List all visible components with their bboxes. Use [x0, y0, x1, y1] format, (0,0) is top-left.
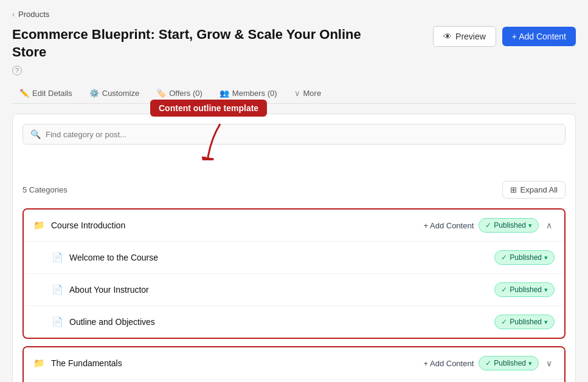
- gear-icon: ⚙️: [89, 89, 99, 98]
- page-title: Ecommerce Blueprint: Start, Grow & Scale…: [12, 26, 365, 75]
- eye-icon: 👁: [443, 32, 452, 41]
- search-bar: 🔍: [22, 124, 566, 145]
- chevron-down-icon: ∨: [294, 89, 300, 98]
- list-item: 📄 Outline and Objectives ✓ Published ▾: [24, 306, 564, 338]
- help-icon[interactable]: ?: [12, 66, 22, 75]
- annotation-arrow: [202, 121, 238, 162]
- tab-members-label: Members (0): [232, 89, 277, 98]
- breadcrumb-products-link[interactable]: Products: [18, 10, 49, 19]
- check-icon: ✓: [501, 253, 507, 262]
- section-title: The Fundamentals: [51, 358, 418, 368]
- status-label: Published: [510, 253, 542, 262]
- search-container: 🔍 Content outline template: [22, 124, 566, 145]
- tab-customize[interactable]: ⚙️ Customize: [82, 84, 147, 104]
- doc-icon: 📄: [52, 284, 63, 295]
- page-title-block: Ecommerce Blueprint: Start, Grow & Scale…: [12, 26, 365, 75]
- members-icon: 👥: [220, 89, 229, 98]
- doc-icon: 📄: [52, 316, 63, 327]
- annotation-label: Content outline template: [159, 103, 258, 113]
- check-icon: ✓: [485, 221, 491, 230]
- section-course-introduction: 📁 Course Introduction + Add Content ✓ Pu…: [22, 208, 566, 339]
- status-label: Published: [494, 221, 526, 230]
- categories-count: 5 Categories: [22, 185, 67, 194]
- status-badge[interactable]: ✓ Published ▾: [494, 315, 555, 329]
- status-label: Published: [494, 359, 526, 367]
- section-title: Course Introduction: [51, 220, 418, 230]
- item-actions: ✓ Published ▾: [494, 315, 555, 329]
- tab-more[interactable]: ∨ More: [287, 84, 329, 104]
- tab-more-label: More: [303, 89, 322, 98]
- grid-icon: ⊞: [510, 185, 517, 194]
- list-item: 📁 The What. The Why. The How + Add Conte…: [24, 380, 564, 382]
- tab-edit-details-label: Edit Details: [32, 89, 72, 98]
- page-wrapper: ‹ Products Ecommerce Blueprint: Start, G…: [0, 0, 588, 382]
- status-badge[interactable]: ✓ Published ▾: [479, 218, 539, 233]
- content-card: 🔍 Content outline template: [12, 114, 576, 382]
- section-header-course-introduction: 📁 Course Introduction + Add Content ✓ Pu…: [24, 210, 564, 242]
- item-name: Outline and Objectives: [69, 317, 488, 327]
- check-icon: ✓: [501, 318, 507, 326]
- section-header-the-fundamentals: 📁 The Fundamentals + Add Content ✓ Publi…: [24, 347, 564, 380]
- item-actions: ✓ Published ▾: [494, 250, 555, 265]
- item-name: About Your Instructor: [69, 285, 488, 295]
- list-item: 📄 Welcome to the Course ✓ Published ▾: [24, 242, 564, 274]
- add-content-link[interactable]: + Add Content: [424, 221, 474, 230]
- back-chevron-icon: ‹: [12, 10, 15, 19]
- title-text: Ecommerce Blueprint: Start, Grow & Scale…: [12, 26, 365, 61]
- badge-chevron-icon: ▾: [544, 318, 548, 326]
- tag-icon: 🏷️: [156, 89, 166, 98]
- item-actions: ✓ Published ▾: [494, 282, 555, 297]
- section-actions: + Add Content ✓ Published ▾ ∧: [424, 218, 555, 233]
- badge-chevron-icon: ▾: [528, 360, 532, 367]
- page-header: Ecommerce Blueprint: Start, Grow & Scale…: [12, 26, 576, 75]
- annotation-tooltip: Content outline template: [150, 100, 267, 117]
- expand-all-button[interactable]: ⊞ Expand All: [502, 181, 566, 199]
- check-icon: ✓: [501, 285, 507, 294]
- search-input[interactable]: [46, 130, 558, 139]
- expand-all-label: Expand All: [521, 185, 558, 194]
- folder-icon: 📁: [33, 358, 45, 369]
- expand-button[interactable]: ∨: [544, 357, 555, 369]
- header-actions: 👁 Preview + Add Content: [433, 26, 576, 47]
- pencil-icon: ✏️: [19, 89, 29, 98]
- breadcrumb: ‹ Products: [12, 10, 576, 19]
- add-content-button[interactable]: + Add Content: [502, 27, 576, 46]
- tab-customize-label: Customize: [102, 89, 139, 98]
- list-item: 📄 About Your Instructor ✓ Published ▾: [24, 274, 564, 306]
- categories-row: 5 Categories ⊞ Expand All: [22, 181, 566, 199]
- nav-tabs: ✏️ Edit Details ⚙️ Customize 🏷️ Offers (…: [12, 84, 576, 104]
- add-content-label: + Add Content: [512, 32, 566, 41]
- status-label: Published: [510, 285, 542, 294]
- status-badge[interactable]: ✓ Published ▾: [494, 250, 555, 265]
- preview-label: Preview: [455, 32, 486, 41]
- status-label: Published: [510, 318, 542, 326]
- preview-button[interactable]: 👁 Preview: [433, 26, 496, 47]
- tab-offers-label: Offers (0): [169, 89, 202, 98]
- badge-chevron-icon: ▾: [544, 254, 548, 262]
- section-the-fundamentals: 📁 The Fundamentals + Add Content ✓ Publi…: [22, 346, 566, 382]
- status-badge[interactable]: ✓ Published ▾: [494, 282, 555, 297]
- check-icon: ✓: [485, 359, 491, 367]
- folder-icon: 📁: [33, 220, 45, 231]
- doc-icon: 📄: [52, 252, 63, 263]
- badge-chevron-icon: ▾: [528, 222, 532, 230]
- badge-chevron-icon: ▾: [544, 286, 548, 294]
- tab-edit-details[interactable]: ✏️ Edit Details: [12, 84, 80, 104]
- search-icon: 🔍: [30, 129, 41, 139]
- collapse-button[interactable]: ∧: [544, 219, 555, 231]
- item-name: Welcome to the Course: [69, 253, 488, 262]
- section-actions: + Add Content ✓ Published ▾ ∨: [424, 356, 555, 370]
- add-content-link[interactable]: + Add Content: [424, 359, 474, 368]
- status-badge[interactable]: ✓ Published ▾: [479, 356, 539, 370]
